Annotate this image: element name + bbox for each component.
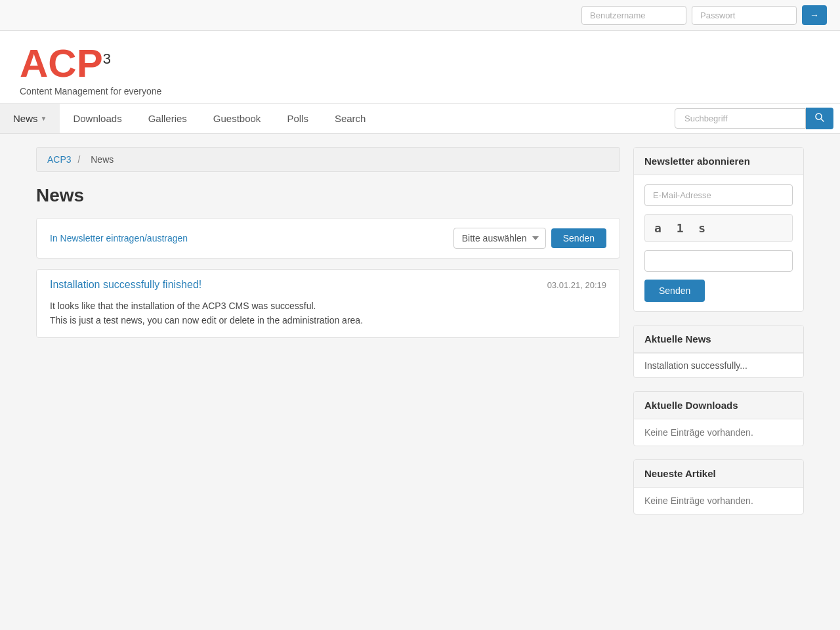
news-card-header: Installation successfully finished! 03.0…	[50, 279, 606, 291]
sidebar-artikel-empty: Keine Einträge vorhanden.	[634, 488, 803, 514]
sidebar-aktuelle-news-card: Aktuelle News Installation successfully.…	[633, 325, 804, 378]
news-body-line1: It looks like that the installation of t…	[50, 299, 606, 313]
nav-search-input[interactable]	[675, 108, 806, 129]
sidebar-newsletter-card: Newsletter abonnieren a 1 s Senden	[633, 147, 804, 312]
captcha-input[interactable]	[644, 250, 793, 272]
chevron-down-icon: ▼	[41, 115, 47, 122]
svg-line-1	[821, 119, 824, 121]
page-title: News	[36, 185, 620, 206]
nav-bar: News ▼ Downloads Galleries Guestbook Pol…	[0, 103, 840, 134]
search-icon	[815, 113, 824, 122]
newsletter-inline-link[interactable]: In Newsletter eintragen/austragen	[50, 233, 440, 243]
nav-label-downloads: Downloads	[73, 113, 121, 124]
content-area: ACP3 / News News In Newsletter eintragen…	[36, 147, 620, 528]
newsletter-inline-card: In Newsletter eintragen/austragen Bitte …	[36, 218, 620, 259]
username-input[interactable]	[581, 6, 686, 25]
nav-item-search[interactable]: Search	[322, 104, 379, 133]
news-title-link[interactable]: Installation successfully finished!	[50, 279, 201, 291]
logo-text: ACP	[20, 44, 103, 83]
nav-search-button[interactable]	[806, 108, 833, 129]
newsletter-select-wrap: Bitte auswählen Senden	[453, 228, 606, 249]
top-bar: →	[0, 0, 840, 31]
header: ACP3 Content Management for everyone	[0, 31, 840, 103]
news-body: It looks like that the installation of t…	[50, 299, 606, 328]
breadcrumb: ACP3 / News	[36, 147, 620, 172]
breadcrumb-separator: /	[77, 154, 80, 165]
nav-item-galleries[interactable]: Galleries	[135, 104, 200, 133]
login-button[interactable]: →	[802, 5, 827, 25]
tagline: Content Management for everyone	[20, 86, 820, 96]
sidebar-neueste-artikel-card: Neueste Artikel Keine Einträge vorhanden…	[633, 459, 804, 514]
sidebar-newsletter-title: Newsletter abonnieren	[634, 148, 803, 175]
news-card: Installation successfully finished! 03.0…	[36, 269, 620, 338]
logo-sup: 3	[103, 51, 111, 68]
nav-search-wrap	[668, 104, 840, 133]
password-input[interactable]	[692, 6, 797, 25]
breadcrumb-home[interactable]: ACP3	[47, 154, 72, 165]
nav-item-guestbook[interactable]: Guestbook	[200, 104, 274, 133]
nav-label-search: Search	[335, 113, 366, 124]
sidebar-downloads-empty: Keine Einträge vorhanden.	[634, 419, 803, 446]
newsletter-inline-send-button[interactable]: Senden	[551, 228, 606, 248]
nav-items: News ▼ Downloads Galleries Guestbook Pol…	[0, 104, 668, 133]
nav-label-galleries: Galleries	[148, 113, 187, 124]
news-date: 03.01.21, 20:19	[547, 280, 606, 290]
sidebar-neueste-artikel-title: Neueste Artikel	[634, 460, 803, 488]
nav-label-news: News	[13, 113, 38, 124]
sidebar-send-button[interactable]: Senden	[644, 280, 705, 302]
newsletter-select[interactable]: Bitte auswählen	[453, 228, 546, 249]
main-wrap: ACP3 / News News In Newsletter eintragen…	[26, 134, 814, 541]
nav-item-news[interactable]: News ▼	[0, 104, 60, 133]
sidebar-newsletter-body: a 1 s Senden	[634, 175, 803, 311]
captcha-display: a 1 s	[644, 214, 793, 242]
logo-wrap: ACP3	[20, 44, 820, 83]
sidebar-aktuelle-downloads-card: Aktuelle Downloads Keine Einträge vorhan…	[633, 391, 804, 446]
sidebar-aktuelle-downloads-title: Aktuelle Downloads	[634, 392, 803, 419]
news-body-line2: This is just a test news, you can now ed…	[50, 313, 606, 327]
sidebar: Newsletter abonnieren a 1 s Senden Aktue…	[633, 147, 804, 528]
sidebar-news-item: Installation successfully...	[634, 353, 803, 377]
sidebar-aktuelle-news-title: Aktuelle News	[634, 326, 803, 353]
sidebar-email-input[interactable]	[644, 184, 793, 206]
nav-label-guestbook: Guestbook	[213, 113, 261, 124]
nav-item-downloads[interactable]: Downloads	[60, 104, 135, 133]
breadcrumb-current: News	[91, 154, 114, 165]
nav-item-polls[interactable]: Polls	[274, 104, 322, 133]
nav-label-polls: Polls	[287, 113, 308, 124]
